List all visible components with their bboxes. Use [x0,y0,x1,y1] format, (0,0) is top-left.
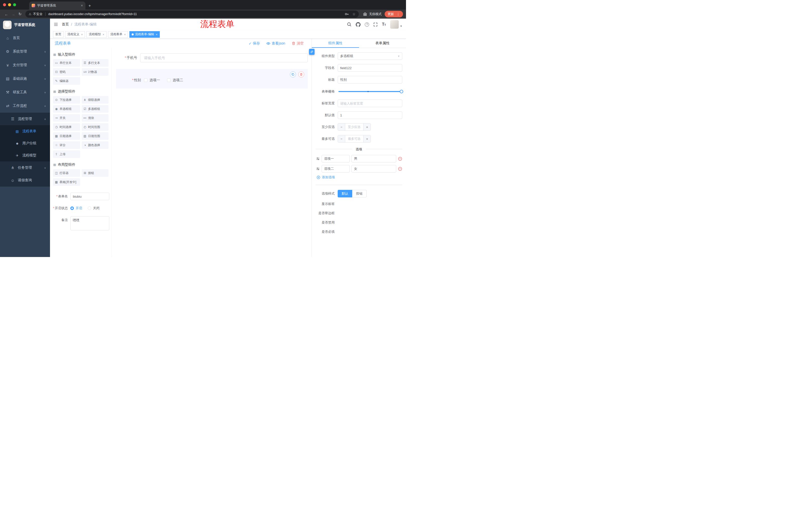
tab-close-icon[interactable]: × [81,4,83,7]
help-icon[interactable]: ? [365,22,369,27]
tab-form-props[interactable]: 表单属性 [359,39,406,48]
fullscreen-icon[interactable] [373,22,378,27]
field-name-input[interactable] [338,64,402,72]
minus-button[interactable]: − [338,124,345,131]
sidebar-item-user-group[interactable]: ☻ 用户分组 [0,137,50,150]
tag-close-icon[interactable]: × [103,33,104,36]
add-option-button[interactable]: 添加选项 [317,175,402,180]
url-text[interactable]: dashboard.yudao.iocoder.cn/bpm/manager/f… [48,12,343,16]
palette-item-counter[interactable]: 123计数器 [82,68,109,76]
save-button[interactable]: ✓ 保存 [249,41,260,46]
drag-handle-icon[interactable] [316,157,320,161]
palette-item-radio-group[interactable]: ◉单选框组 [53,105,80,113]
zoom-window-button[interactable] [13,3,16,6]
sidebar-item-process-form[interactable]: ▤ 流程表单 [0,125,50,137]
style-button-button[interactable]: 按钮 [352,190,367,197]
palette-item-multi-line-text[interactable]: ☰多行文本 [82,59,109,66]
sidebar-item-process-model[interactable]: ✈ 流程模型 [0,150,50,161]
option1-value-input[interactable] [351,155,396,162]
palette-item-switch[interactable]: ⊸开关 [53,114,80,122]
sidebar-item-payment-management[interactable]: ¥ 支付管理 ∨ [0,58,50,72]
tag-process-form-edit[interactable]: 流程表单-编辑 × [129,31,160,38]
tag-process-model[interactable]: 流程模型 × [86,31,106,38]
palette-item-row-container[interactable]: ◫行容器 [53,169,80,177]
plus-button[interactable]: + [363,135,371,142]
close-window-button[interactable] [3,3,6,6]
slider-handle[interactable] [400,90,403,93]
palette-item-button[interactable]: ⊞按钮 [82,169,109,177]
drag-handle-icon[interactable] [316,167,320,171]
tag-home[interactable]: 首页 [53,31,63,38]
plus-button[interactable]: + [363,124,371,131]
github-icon[interactable] [356,22,360,27]
grid-slider[interactable] [338,88,402,95]
palette-item-single-line-text[interactable]: ▭单行文本 [53,59,80,66]
min-select-value[interactable]: 至少应选 [345,124,363,131]
remove-option-icon[interactable] [398,167,402,171]
back-button[interactable]: ← [3,12,10,16]
max-select-value[interactable]: 最多可选 [345,135,363,142]
address-bar[interactable]: ⚠ 不安全 dashboard.yudao.iocoder.cn/bpm/man… [25,10,359,18]
avatar[interactable] [390,20,399,29]
new-tab-button[interactable]: + [88,3,91,8]
password-key-icon[interactable] [345,12,349,16]
tag-close-icon[interactable]: × [156,33,157,36]
copy-widget-button[interactable] [290,72,296,77]
palette-item-dropdown-select[interactable]: ⊙下拉选择 [53,96,80,104]
palette-item-slider[interactable]: ⊷滑块 [82,114,109,122]
minimize-window-button[interactable] [8,3,11,6]
form-canvas[interactable]: *手机号 [112,48,312,257]
tab-component-props[interactable]: 组件属性 [312,39,359,48]
component-type-select[interactable] [338,52,402,60]
option1-name-input[interactable] [322,155,350,162]
label-width-input[interactable] [338,100,402,107]
tag-close-icon[interactable]: × [81,33,83,36]
view-json-button[interactable]: 查看json [266,41,285,46]
title-input[interactable] [338,76,402,83]
sidebar-item-task-management[interactable]: ⋔ 任务管理 ∨ [0,161,50,174]
insecure-warning-icon[interactable]: ⚠ [29,12,31,16]
avatar-caret-icon[interactable]: ▼ [400,25,402,27]
gender-field-row[interactable]: *性别 选项一 选项二 [120,78,304,82]
clear-button[interactable]: 清空 [292,41,304,46]
option2-value-input[interactable] [351,165,396,172]
form-name-input[interactable] [70,193,109,200]
slider-track[interactable] [339,91,402,92]
panel-collapse-handle[interactable] [309,49,315,55]
bookmark-star-icon[interactable]: ☆ [352,12,355,16]
sidebar-item-home[interactable]: ⌂ 首页 [0,31,50,45]
remove-option-icon[interactable] [398,157,402,161]
phone-field-row[interactable]: *手机号 [116,53,308,62]
forward-button[interactable]: → [10,12,17,16]
palette-item-time-picker[interactable]: ◷时间选择 [53,123,80,131]
gender-option1-checkbox[interactable]: 选项一 [144,78,160,82]
sidebar-item-dev-tools[interactable]: ⚒ 研发工具 ∨ [0,85,50,99]
sidebar-item-infrastructure[interactable]: ▤ 基础设施 ∨ [0,72,50,85]
search-icon[interactable] [347,22,351,27]
form-remark-textarea[interactable]: 嘿嘿 [70,216,109,231]
palette-item-password[interactable]: ⊡密码 [53,68,80,76]
delete-widget-button[interactable] [298,72,304,77]
browser-tab[interactable]: 芋道管理系统 × [29,1,85,9]
browser-menu-icon[interactable]: ⋮ [397,12,400,16]
status-on-radio[interactable]: 开启 [70,206,82,211]
palette-item-time-range[interactable]: ◴时间范围 [82,123,109,131]
palette-item-date-picker[interactable]: ▦日期选择 [53,132,80,140]
palette-item-date-range[interactable]: ▧日期范围 [82,132,109,140]
gender-field-selected-widget[interactable]: *性别 选项一 选项二 [116,69,308,88]
default-value-input[interactable] [338,111,402,119]
hamburger-icon[interactable] [54,22,58,26]
palette-item-color-picker[interactable]: ◑颜色选择 [82,141,109,149]
palette-item-checkbox-group[interactable]: ☑多选框组 [82,105,109,113]
browser-update-button[interactable]: 更新 ⋮ [385,11,403,17]
palette-item-editor[interactable]: ✎编辑器 [53,77,80,85]
status-off-radio[interactable]: 关闭 [88,206,99,211]
sidebar-item-system-management[interactable]: ⚙ 系统管理 ∨ [0,45,50,58]
gender-option2-checkbox[interactable]: 选项二 [167,78,183,82]
sidebar-item-leave-query[interactable]: ☺ 请假查询 [0,174,50,187]
font-size-icon[interactable]: TT [382,22,386,26]
sidebar-item-process-management[interactable]: ☰ 流程管理 ∧ [0,113,50,125]
security-label[interactable]: 不安全 [33,12,43,16]
palette-item-upload[interactable]: ⇪上传 [53,151,80,158]
palette-item-rating[interactable]: ☆评分 [53,141,80,149]
